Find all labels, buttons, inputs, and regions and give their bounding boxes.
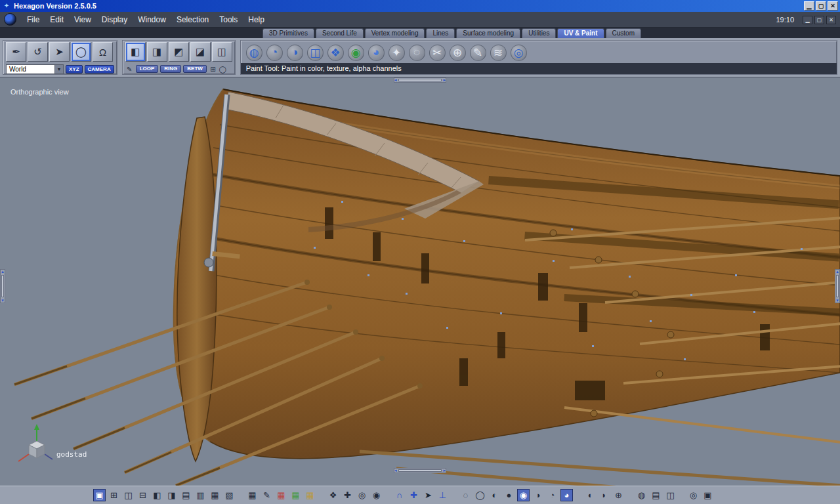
layout-right-split[interactable]: ◨ bbox=[165, 489, 178, 501]
add-selection-icon[interactable]: ⊞ bbox=[209, 65, 217, 74]
menu-edit[interactable]: Edit bbox=[45, 14, 69, 26]
menu-tools[interactable]: Tools bbox=[214, 14, 243, 26]
splitter-thumb[interactable] bbox=[1, 275, 4, 297]
uv-unfold-icon[interactable]: ❖ bbox=[327, 45, 344, 61]
texture-red-icon[interactable]: ▦ bbox=[275, 489, 287, 501]
quality-low-icon[interactable]: ◖ bbox=[583, 489, 596, 501]
transparent-shading-icon[interactable]: ◔ bbox=[546, 489, 558, 501]
splitter-thumb[interactable] bbox=[836, 275, 839, 297]
tab-vertex-modeling[interactable]: Vertex modeling bbox=[365, 28, 425, 38]
paint-brush-icon[interactable]: ✎ bbox=[470, 45, 486, 61]
tab-uv-paint[interactable]: UV & Paint bbox=[557, 28, 604, 38]
pick-move-icon[interactable]: ➤ bbox=[422, 489, 434, 501]
uv-globe-icon[interactable]: ◍ bbox=[246, 45, 262, 61]
ghost-select-tool-icon[interactable]: Ω bbox=[93, 42, 113, 62]
viewport-splitter-left[interactable]: ▴ ▾ bbox=[0, 269, 5, 303]
ring-cube-icon[interactable]: ◩ bbox=[169, 42, 189, 62]
smooth-shading-icon[interactable]: ● bbox=[503, 489, 515, 501]
camera-capture-icon[interactable]: ▣ bbox=[702, 489, 714, 501]
eyedropper-icon[interactable]: ✎ bbox=[261, 489, 273, 501]
pan-tool-icon[interactable]: ✚ bbox=[341, 489, 354, 501]
splitter-thumb[interactable] bbox=[398, 469, 442, 472]
uv-half-sphere-icon[interactable]: ◑ bbox=[287, 45, 303, 61]
bake-texture-icon[interactable]: ◎ bbox=[511, 45, 527, 61]
texture-palette-icon[interactable]: ▦ bbox=[304, 489, 316, 501]
viewport-splitter-top[interactable]: ◂ ▸ bbox=[394, 77, 446, 83]
layout-two-columns[interactable]: ◫ bbox=[122, 489, 135, 501]
paint-airbrush-icon[interactable]: ≋ bbox=[490, 45, 507, 61]
mdi-restore-button[interactable]: ▢ bbox=[814, 16, 824, 24]
layout-left-split[interactable]: ◧ bbox=[151, 489, 163, 501]
quality-medium-icon[interactable]: ◗ bbox=[598, 489, 610, 501]
uv-grid-icon[interactable]: ▦ bbox=[246, 489, 259, 501]
between-cube-icon[interactable]: ◪ bbox=[190, 42, 211, 62]
wireframe-shading-icon[interactable]: ◌ bbox=[459, 489, 472, 501]
layout-grid[interactable]: ▦ bbox=[209, 489, 221, 501]
tab-second-life[interactable]: Second Life bbox=[316, 28, 364, 38]
menu-file[interactable]: File bbox=[22, 14, 45, 26]
zoom-tool-icon[interactable]: ◎ bbox=[356, 489, 368, 501]
ghost-visibility-icon[interactable]: ◍ bbox=[635, 489, 648, 501]
properties-panel-icon[interactable]: ▤ bbox=[650, 489, 662, 501]
shadow-shading-icon[interactable]: ◑ bbox=[532, 489, 544, 501]
border-cube-icon[interactable]: ◫ bbox=[212, 42, 232, 62]
align-drop-icon[interactable]: ⊥ bbox=[436, 489, 449, 501]
edge-cube-icon[interactable]: ◧ bbox=[125, 42, 146, 62]
paint-displacement-icon[interactable]: ◕ bbox=[368, 45, 385, 61]
mdi-close-button[interactable]: ✕ bbox=[826, 16, 836, 24]
checkerboard-icon[interactable]: ❖ bbox=[327, 489, 339, 501]
menu-display[interactable]: Display bbox=[96, 14, 133, 26]
quality-high-icon[interactable]: ⊕ bbox=[612, 489, 625, 501]
layout-two-rows[interactable]: ⊟ bbox=[136, 489, 149, 501]
material-shading-icon[interactable]: ◕ bbox=[560, 489, 573, 501]
edge-pen-icon[interactable]: ✎ bbox=[125, 65, 134, 74]
arc-select-tool-icon[interactable]: ↺ bbox=[28, 42, 48, 62]
world-space-dropdown[interactable]: World ▼ bbox=[6, 64, 64, 74]
splitter-thumb[interactable] bbox=[398, 79, 442, 81]
uv-cube-projection-icon[interactable]: ◫ bbox=[307, 45, 324, 61]
menu-view[interactable]: View bbox=[69, 14, 96, 26]
viewport-splitter-bottom[interactable]: ◂ ▸ bbox=[394, 468, 446, 473]
uv-relax-icon[interactable]: ◌ bbox=[409, 45, 425, 61]
layout-bottom-split[interactable]: ▥ bbox=[194, 489, 207, 501]
hiddenline-shading-icon[interactable]: ◯ bbox=[474, 489, 486, 501]
window-minimize-button[interactable]: ▁ bbox=[804, 1, 814, 10]
between-select-button[interactable]: BETW bbox=[183, 65, 207, 73]
tab-custom[interactable]: Custom bbox=[606, 28, 641, 38]
circle-select-tool-icon[interactable]: ◯ bbox=[71, 42, 91, 62]
layout-columns[interactable]: ▧ bbox=[223, 489, 236, 501]
uv-stretch-icon[interactable]: ✦ bbox=[388, 45, 405, 61]
loop-cube-icon[interactable]: ◨ bbox=[147, 42, 167, 62]
knife-tool-icon[interactable]: ✒ bbox=[6, 42, 26, 62]
visibility-eye-icon[interactable]: ◉ bbox=[370, 489, 383, 501]
cursor-tool-icon[interactable]: ➤ bbox=[49, 42, 70, 62]
snap-grid-icon[interactable]: ✚ bbox=[408, 489, 420, 501]
menu-selection[interactable]: Selection bbox=[171, 14, 214, 26]
mdi-minimize-button[interactable]: ▁ bbox=[803, 16, 812, 24]
dual-view-icon[interactable]: ◫ bbox=[664, 489, 677, 501]
flat-shading-icon[interactable]: ◐ bbox=[488, 489, 501, 501]
texture-green-icon[interactable]: ▦ bbox=[289, 489, 302, 501]
menu-help[interactable]: Help bbox=[243, 14, 270, 26]
paint-color-sphere-icon[interactable]: ◉ bbox=[348, 45, 364, 61]
tab-utilities[interactable]: Utilities bbox=[522, 28, 556, 38]
circle-mode-icon[interactable]: ◯ bbox=[219, 65, 227, 74]
ring-select-button[interactable]: RING bbox=[160, 65, 181, 73]
loop-select-button[interactable]: LOOP bbox=[136, 65, 159, 73]
tab-lines[interactable]: Lines bbox=[426, 28, 455, 38]
uv-pin-icon[interactable]: ⊕ bbox=[450, 45, 466, 61]
layout-four-views[interactable]: ⊞ bbox=[108, 489, 120, 501]
layout-top-split[interactable]: ▤ bbox=[180, 489, 192, 501]
tab-3d-primitives[interactable]: 3D Primitives bbox=[262, 28, 314, 38]
window-restore-button[interactable]: ▢ bbox=[816, 1, 826, 10]
magnet-snap-icon[interactable]: ∩ bbox=[393, 489, 406, 501]
viewport-3d[interactable]: Orthographic view godstad ◂ ▸ ◂ ▸ ▴ ▾ ▴ … bbox=[0, 77, 840, 486]
tab-surface-modeling[interactable]: Surface modeling bbox=[456, 28, 520, 38]
window-close-button[interactable]: ✕ bbox=[828, 1, 838, 10]
menu-window[interactable]: Window bbox=[133, 14, 171, 26]
camera-axis-button[interactable]: CAMERA bbox=[85, 65, 114, 74]
viewport-splitter-right[interactable]: ▴ ▾ bbox=[835, 269, 840, 303]
xyz-axis-button[interactable]: XYZ bbox=[66, 65, 83, 74]
textured-shading-icon[interactable]: ◉ bbox=[517, 489, 530, 501]
render-preview-icon[interactable]: ◎ bbox=[687, 489, 700, 501]
